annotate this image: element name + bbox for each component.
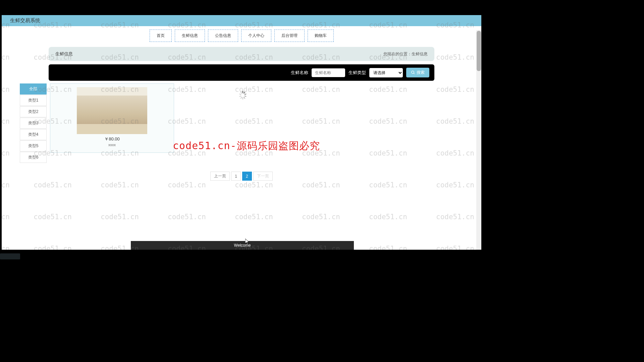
svg-line-3: [244, 92, 245, 94]
svg-line-9: [240, 96, 241, 96]
svg-line-5: [245, 96, 246, 96]
nav-announcement[interactable]: 公告信息: [208, 29, 238, 42]
product-card[interactable]: ￥80.00 xxxx: [50, 83, 174, 153]
nav-cart[interactable]: 购物车: [308, 29, 334, 42]
search-type-select[interactable]: 请选择: [369, 68, 403, 77]
playback-indicator: [0, 253, 20, 259]
sidebar-item-type4[interactable]: 类型4: [20, 129, 47, 140]
nav-admin[interactable]: 后台管理: [274, 29, 305, 42]
watermark-banner: code51.cn-源码乐园盗图必究: [173, 139, 320, 153]
svg-line-11: [241, 92, 241, 94]
sidebar-item-type6[interactable]: 类型6: [20, 152, 47, 163]
app-title: 生鲜交易系统: [10, 17, 40, 24]
search-name-input[interactable]: [312, 68, 345, 77]
breadcrumb-location: 您现在的位置：生鲜信息: [383, 51, 428, 57]
loading-spinner-icon: [238, 90, 248, 100]
svg-line-4: [245, 94, 246, 95]
search-type-label: 生鲜类型: [348, 70, 366, 76]
search-icon: [411, 70, 415, 75]
sidebar-item-type3[interactable]: 类型3: [20, 118, 47, 129]
scrollbar-thumb[interactable]: [477, 31, 481, 71]
sidebar-item-type5[interactable]: 类型5: [20, 140, 47, 152]
svg-line-10: [240, 94, 241, 95]
svg-line-8: [241, 97, 241, 99]
page-title: 生鲜信息: [55, 51, 73, 57]
page-2[interactable]: 2: [242, 172, 252, 181]
search-bar: 生鲜名称 生鲜类型 请选择 搜索: [49, 64, 434, 81]
cursor-icon: [245, 239, 249, 245]
footer: Welcome: [131, 241, 354, 250]
nav-fresh-info[interactable]: 生鲜信息: [175, 29, 205, 42]
product-image: [77, 87, 147, 134]
page-next: 下一页: [253, 172, 273, 181]
svg-line-6: [244, 97, 245, 99]
svg-point-0: [412, 71, 414, 74]
product-price: ￥80.00: [104, 136, 120, 142]
page-prev[interactable]: 上一页: [210, 172, 230, 181]
search-name-label: 生鲜名称: [291, 70, 308, 76]
pagination: 上一页 1 2 下一页: [2, 172, 481, 181]
sidebar-item-type2[interactable]: 类型2: [20, 106, 47, 117]
page-1[interactable]: 1: [231, 172, 241, 181]
sidebar-item-all[interactable]: 全部: [20, 83, 47, 95]
nav-personal[interactable]: 个人中心: [241, 29, 271, 42]
product-name: xxxx: [108, 143, 116, 147]
main-nav: 首页 生鲜信息 公告信息 个人中心 后台管理 购物车: [2, 26, 481, 44]
svg-line-1: [414, 73, 415, 74]
category-sidebar: 全部 类型1 类型2 类型3 类型4 类型5 类型6: [20, 83, 47, 163]
breadcrumb: 生鲜信息 您现在的位置：生鲜信息: [49, 47, 434, 61]
sidebar-item-type1[interactable]: 类型1: [20, 95, 47, 106]
search-button[interactable]: 搜索: [406, 68, 429, 77]
nav-home[interactable]: 首页: [150, 29, 172, 42]
